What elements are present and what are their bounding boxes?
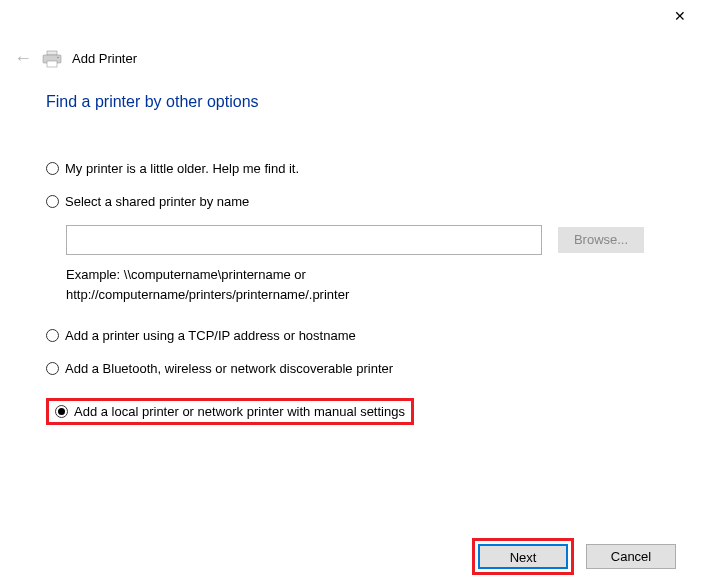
content: Find a printer by other options My print… [0, 69, 702, 425]
example-line-1: Example: \\computername\printername or [66, 265, 656, 285]
next-button-highlighted: Next [472, 538, 574, 575]
option-tcpip-printer[interactable]: Add a printer using a TCP/IP address or … [46, 326, 656, 345]
radio-icon [46, 162, 59, 175]
example-line-2: http://computername/printers/printername… [66, 285, 656, 305]
radio-icon [46, 329, 59, 342]
close-button[interactable]: ✕ [674, 8, 686, 24]
next-button[interactable]: Next [478, 544, 568, 569]
footer: Next Cancel [472, 538, 676, 575]
header-title: Add Printer [72, 51, 137, 66]
option-label: My printer is a little older. Help me fi… [65, 161, 299, 176]
shared-input-row: Browse... [66, 225, 656, 255]
option-older-printer[interactable]: My printer is a little older. Help me fi… [46, 159, 656, 178]
back-arrow-icon: ← [14, 48, 32, 69]
option-local-printer-highlighted: Add a local printer or network printer w… [46, 398, 414, 425]
example-text: Example: \\computername\printername or h… [66, 265, 656, 304]
shared-printer-section: Browse... Example: \\computername\printe… [66, 225, 656, 304]
header: ← Add Printer [0, 0, 702, 69]
option-label: Add a local printer or network printer w… [74, 404, 405, 419]
option-shared-printer[interactable]: Select a shared printer by name [46, 192, 656, 211]
radio-icon [46, 362, 59, 375]
page-title: Find a printer by other options [46, 93, 656, 111]
cancel-button[interactable]: Cancel [586, 544, 676, 569]
svg-rect-2 [47, 61, 57, 67]
printer-icon [42, 50, 62, 68]
shared-printer-name-input[interactable] [66, 225, 542, 255]
svg-rect-0 [47, 51, 57, 55]
option-bluetooth-printer[interactable]: Add a Bluetooth, wireless or network dis… [46, 359, 656, 378]
svg-point-3 [57, 56, 59, 58]
option-label: Add a Bluetooth, wireless or network dis… [65, 361, 393, 376]
browse-button: Browse... [558, 227, 644, 253]
option-label: Add a printer using a TCP/IP address or … [65, 328, 356, 343]
radio-icon [46, 195, 59, 208]
option-label: Select a shared printer by name [65, 194, 249, 209]
radio-selected-icon[interactable] [55, 405, 68, 418]
